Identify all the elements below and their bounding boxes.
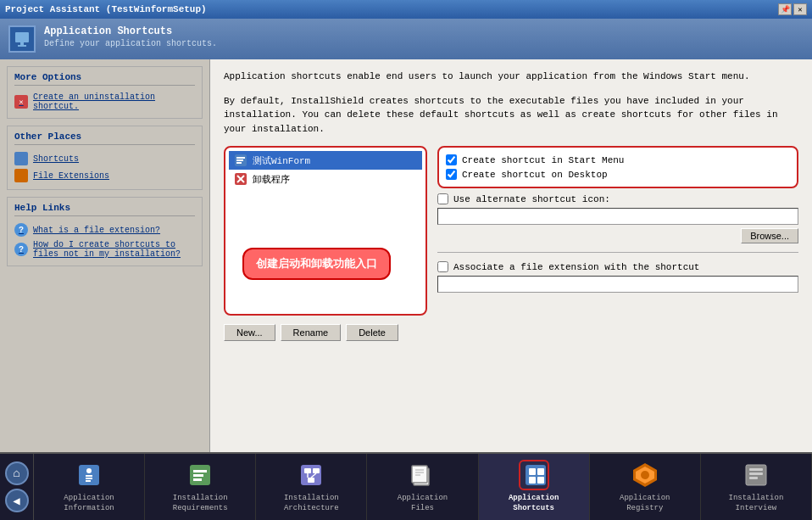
app-shortcuts-label: ApplicationShortcuts: [509, 494, 559, 513]
install-interview-icon: [742, 461, 770, 489]
taskbar-home-section: ⌂ ◀: [0, 454, 34, 520]
new-button[interactable]: New...: [224, 324, 275, 341]
start-menu-checkbox[interactable]: [446, 154, 457, 165]
delete-button[interactable]: Delete: [346, 324, 398, 341]
svg-rect-4: [236, 157, 245, 159]
svg-rect-13: [86, 478, 92, 479]
intro-text-2: By default, InstallShield creates shortc…: [224, 94, 798, 137]
shortcut-winform-icon: [234, 154, 247, 167]
content-area: Application shortcuts enable end users t…: [210, 59, 812, 493]
sidebar: More Options ✕ Create an uninstallation …: [0, 59, 210, 493]
extensions-label: File Extensions: [33, 171, 109, 181]
install-req-label: InstallationRequirements: [173, 494, 228, 513]
home-button[interactable]: ⌂: [5, 461, 29, 485]
close-button[interactable]: ✕: [793, 3, 807, 15]
svg-point-11: [86, 468, 92, 473]
alternate-icon-input[interactable]: [437, 208, 798, 225]
install-req-icon-wrapper: [185, 460, 215, 490]
sidebar-help-1[interactable]: ? What is a file extension?: [14, 221, 195, 238]
svg-rect-34: [529, 468, 536, 475]
annotation-bubble: 创建启动和卸载功能入口: [242, 248, 391, 280]
shortcut-uninstall-icon: [234, 172, 247, 186]
svg-rect-43: [749, 472, 763, 475]
sidebar-item-shortcuts[interactable]: Shortcuts: [14, 150, 195, 167]
header-panel: Application Shortcuts Define your applic…: [0, 19, 812, 59]
header-icon: [8, 25, 36, 53]
file-extension-section: Associate a file extension with the shor…: [437, 261, 798, 293]
svg-rect-17: [193, 474, 203, 477]
help-icon-1: ?: [14, 223, 28, 237]
rename-button[interactable]: Rename: [281, 324, 342, 341]
window-title: Project Assistant (TestWinformSetup): [5, 4, 207, 14]
title-bar: Project Assistant (TestWinformSetup) 📌 ✕: [0, 0, 812, 19]
file-extension-row: Associate a file extension with the shor…: [437, 261, 798, 272]
header-title: Application Shortcuts: [44, 25, 217, 37]
svg-rect-0: [15, 32, 29, 42]
desktop-row: Create shortcut on Desktop: [446, 169, 790, 180]
extensions-icon: [14, 169, 28, 182]
alternate-icon-label: Use alternate shortcut icon:: [453, 194, 610, 204]
install-arch-icon-wrapper: [296, 460, 326, 490]
shortcut-winform-label: 测试WinForm: [253, 154, 310, 167]
taskbar-item-install-interview[interactable]: InstallationInterview: [701, 454, 812, 520]
install-interview-icon-wrapper: [741, 460, 771, 490]
app-files-label: ApplicationFiles: [398, 494, 448, 513]
sidebar-item-extensions[interactable]: File Extensions: [14, 167, 195, 184]
svg-rect-16: [193, 470, 207, 472]
svg-point-40: [641, 471, 649, 479]
shortcuts-icon: [14, 152, 28, 165]
header-text: Application Shortcuts Define your applic…: [44, 25, 217, 48]
back-button[interactable]: ◀: [5, 489, 29, 512]
install-arch-label: InstallationArchitecture: [284, 494, 339, 513]
svg-rect-20: [304, 468, 311, 473]
shortcuts-label: Shortcuts: [33, 154, 79, 164]
browse-button[interactable]: Browse...: [741, 228, 798, 243]
other-places-section: Other Places Shortcuts File Extensions: [7, 126, 203, 190]
more-options-title: More Options: [14, 72, 195, 86]
shortcuts-layout: 测试WinForm 卸载程序 创建启动和卸载功能入口: [224, 146, 798, 483]
app-info-icon: [75, 461, 103, 489]
shortcut-item-winform[interactable]: 测试WinForm: [229, 151, 422, 170]
other-places-title: Other Places: [14, 131, 195, 145]
taskbar-item-install-req[interactable]: InstallationRequirements: [145, 454, 256, 520]
taskbar-items: ApplicationInformation InstallationRequi…: [34, 454, 812, 520]
sidebar-item-uninstall[interactable]: ✕ Create an uninstallation shortcut.: [14, 91, 195, 113]
shortcuts-buttons: New... Rename Delete: [224, 324, 427, 341]
taskbar: ⌂ ◀ ApplicationInformation: [0, 452, 812, 520]
desktop-label: Create shortcut on Desktop: [462, 170, 608, 180]
desktop-checkbox[interactable]: [446, 169, 457, 180]
svg-rect-21: [313, 468, 320, 473]
app-shortcuts-icon: [522, 461, 546, 489]
file-extension-checkbox[interactable]: [437, 261, 448, 272]
taskbar-item-app-info[interactable]: ApplicationInformation: [34, 454, 145, 520]
alternate-icon-section: Use alternate shortcut icon: Browse...: [437, 193, 798, 243]
taskbar-item-app-files[interactable]: ApplicationFiles: [367, 454, 478, 520]
taskbar-item-install-arch[interactable]: InstallationArchitecture: [256, 454, 367, 520]
install-interview-label: InstallationInterview: [729, 494, 784, 513]
more-options-section: More Options ✕ Create an uninstallation …: [7, 66, 203, 119]
shortcut-item-uninstall[interactable]: 卸载程序: [229, 170, 422, 188]
svg-rect-35: [537, 468, 544, 475]
help-icon-2: ?: [14, 243, 28, 256]
start-menu-row: Create shortcut in Start Menu: [446, 154, 790, 165]
sidebar-help-2[interactable]: ? How do I create shortcuts to files not…: [14, 238, 195, 260]
alternate-icon-checkbox[interactable]: [437, 193, 448, 204]
header-subtitle: Define your application shortcuts.: [44, 39, 217, 48]
shortcut-uninstall-label: 卸载程序: [253, 173, 290, 186]
svg-rect-44: [749, 477, 758, 479]
title-bar-buttons: 📌 ✕: [778, 3, 807, 15]
taskbar-item-app-shortcuts[interactable]: ApplicationShortcuts: [479, 454, 590, 520]
app-files-icon-wrapper: [407, 460, 437, 490]
file-extension-input[interactable]: [437, 276, 798, 293]
shortcut-options-group: Create shortcut in Start Menu Create sho…: [437, 146, 798, 188]
help-label-1: What is a file extension?: [33, 226, 160, 235]
intro-text-1: Application shortcuts enable end users t…: [224, 70, 798, 84]
uninstall-icon: ✕: [14, 95, 28, 109]
app-info-label: ApplicationInformation: [64, 494, 114, 513]
svg-rect-22: [308, 478, 314, 483]
taskbar-item-app-registry[interactable]: ApplicationRegistry: [590, 454, 701, 520]
uninstall-label: Create an uninstallation shortcut.: [33, 92, 195, 111]
app-info-icon-wrapper: [74, 460, 104, 490]
svg-rect-14: [86, 480, 91, 482]
pin-button[interactable]: 📌: [778, 3, 792, 15]
